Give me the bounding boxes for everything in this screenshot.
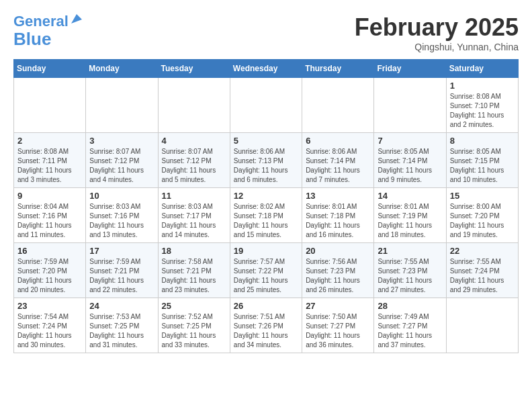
- day-info: Sunrise: 8:03 AM Sunset: 7:17 PM Dayligh…: [162, 202, 226, 240]
- col-thursday: Thursday: [302, 60, 374, 78]
- day-number: 24: [89, 301, 154, 311]
- table-row: 24Sunrise: 7:53 AM Sunset: 7:25 PM Dayli…: [86, 298, 158, 353]
- day-info: Sunrise: 8:06 AM Sunset: 7:14 PM Dayligh…: [306, 147, 370, 185]
- table-row: 6Sunrise: 8:06 AM Sunset: 7:14 PM Daylig…: [302, 133, 374, 188]
- table-row: 14Sunrise: 8:01 AM Sunset: 7:19 PM Dayli…: [374, 188, 446, 243]
- day-info: Sunrise: 8:07 AM Sunset: 7:12 PM Dayligh…: [89, 147, 154, 185]
- day-info: Sunrise: 7:59 AM Sunset: 7:21 PM Dayligh…: [89, 257, 154, 295]
- table-row: 9Sunrise: 8:04 AM Sunset: 7:16 PM Daylig…: [14, 188, 86, 243]
- svg-marker-0: [71, 14, 82, 24]
- day-info: Sunrise: 7:50 AM Sunset: 7:27 PM Dayligh…: [306, 312, 370, 350]
- day-info: Sunrise: 7:54 AM Sunset: 7:24 PM Dayligh…: [17, 312, 82, 350]
- col-wednesday: Wednesday: [230, 60, 302, 78]
- table-row: 3Sunrise: 8:07 AM Sunset: 7:12 PM Daylig…: [86, 133, 158, 188]
- table-row: [14, 78, 86, 133]
- table-row: 1Sunrise: 8:08 AM Sunset: 7:10 PM Daylig…: [446, 78, 518, 133]
- table-row: 23Sunrise: 7:54 AM Sunset: 7:24 PM Dayli…: [14, 298, 86, 353]
- table-row: 15Sunrise: 8:00 AM Sunset: 7:20 PM Dayli…: [446, 188, 518, 243]
- day-info: Sunrise: 8:02 AM Sunset: 7:18 PM Dayligh…: [234, 202, 298, 240]
- logo-bird-icon: [70, 13, 82, 25]
- day-info: Sunrise: 8:01 AM Sunset: 7:18 PM Dayligh…: [306, 202, 370, 240]
- day-number: 2: [17, 136, 82, 146]
- day-number: 27: [306, 301, 370, 311]
- table-row: 13Sunrise: 8:01 AM Sunset: 7:18 PM Dayli…: [302, 188, 374, 243]
- day-number: 12: [234, 191, 298, 201]
- day-number: 5: [234, 136, 298, 146]
- col-tuesday: Tuesday: [158, 60, 230, 78]
- logo: General Blue: [13, 13, 82, 49]
- table-row: 7Sunrise: 8:05 AM Sunset: 7:14 PM Daylig…: [374, 133, 446, 188]
- day-number: 14: [378, 191, 442, 201]
- table-row: [86, 78, 158, 133]
- day-number: 22: [450, 246, 515, 256]
- day-number: 9: [17, 191, 82, 201]
- col-monday: Monday: [86, 60, 158, 78]
- day-number: 6: [306, 136, 370, 146]
- day-number: 16: [17, 246, 82, 256]
- table-row: 21Sunrise: 7:55 AM Sunset: 7:23 PM Dayli…: [374, 243, 446, 298]
- day-info: Sunrise: 7:51 AM Sunset: 7:26 PM Dayligh…: [234, 312, 298, 350]
- day-number: 17: [89, 246, 154, 256]
- logo-text-blue: Blue: [13, 30, 51, 49]
- table-row: 4Sunrise: 8:07 AM Sunset: 7:12 PM Daylig…: [158, 133, 230, 188]
- day-info: Sunrise: 8:08 AM Sunset: 7:11 PM Dayligh…: [17, 147, 82, 185]
- day-number: 26: [234, 301, 298, 311]
- calendar-week-row: 9Sunrise: 8:04 AM Sunset: 7:16 PM Daylig…: [14, 188, 519, 243]
- title-block: February 2025 Qingshui, Yunnan, China: [355, 13, 519, 52]
- table-row: [158, 78, 230, 133]
- day-number: 1: [450, 81, 515, 91]
- day-number: 10: [89, 191, 154, 201]
- calendar-header-row: Sunday Monday Tuesday Wednesday Thursday…: [14, 60, 519, 78]
- table-row: [230, 78, 302, 133]
- calendar-week-row: 1Sunrise: 8:08 AM Sunset: 7:10 PM Daylig…: [14, 78, 519, 133]
- day-info: Sunrise: 8:03 AM Sunset: 7:16 PM Dayligh…: [89, 202, 154, 240]
- table-row: [374, 78, 446, 133]
- table-row: 2Sunrise: 8:08 AM Sunset: 7:11 PM Daylig…: [14, 133, 86, 188]
- day-number: 3: [89, 136, 154, 146]
- day-number: 21: [378, 246, 442, 256]
- day-number: 20: [306, 246, 370, 256]
- day-info: Sunrise: 7:55 AM Sunset: 7:23 PM Dayligh…: [378, 257, 442, 295]
- day-info: Sunrise: 8:05 AM Sunset: 7:15 PM Dayligh…: [450, 147, 515, 185]
- day-number: 13: [306, 191, 370, 201]
- day-number: 8: [450, 136, 515, 146]
- table-row: 10Sunrise: 8:03 AM Sunset: 7:16 PM Dayli…: [86, 188, 158, 243]
- day-info: Sunrise: 8:07 AM Sunset: 7:12 PM Dayligh…: [162, 147, 226, 185]
- calendar-week-row: 16Sunrise: 7:59 AM Sunset: 7:20 PM Dayli…: [14, 243, 519, 298]
- calendar-week-row: 23Sunrise: 7:54 AM Sunset: 7:24 PM Dayli…: [14, 298, 519, 353]
- day-info: Sunrise: 7:52 AM Sunset: 7:25 PM Dayligh…: [162, 312, 226, 350]
- table-row: 12Sunrise: 8:02 AM Sunset: 7:18 PM Dayli…: [230, 188, 302, 243]
- day-info: Sunrise: 7:53 AM Sunset: 7:25 PM Dayligh…: [89, 312, 154, 350]
- calendar-week-row: 2Sunrise: 8:08 AM Sunset: 7:11 PM Daylig…: [14, 133, 519, 188]
- day-info: Sunrise: 7:59 AM Sunset: 7:20 PM Dayligh…: [17, 257, 82, 295]
- table-row: [302, 78, 374, 133]
- table-row: 19Sunrise: 7:57 AM Sunset: 7:22 PM Dayli…: [230, 243, 302, 298]
- calendar-table: Sunday Monday Tuesday Wednesday Thursday…: [13, 59, 519, 353]
- location-subtitle: Qingshui, Yunnan, China: [355, 42, 519, 52]
- day-number: 19: [234, 246, 298, 256]
- table-row: 18Sunrise: 7:58 AM Sunset: 7:21 PM Dayli…: [158, 243, 230, 298]
- page-header: General Blue February 2025 Qingshui, Yun…: [13, 13, 519, 52]
- table-row: 22Sunrise: 7:55 AM Sunset: 7:24 PM Dayli…: [446, 243, 518, 298]
- day-info: Sunrise: 8:01 AM Sunset: 7:19 PM Dayligh…: [378, 202, 442, 240]
- day-info: Sunrise: 8:06 AM Sunset: 7:13 PM Dayligh…: [234, 147, 298, 185]
- day-info: Sunrise: 8:00 AM Sunset: 7:20 PM Dayligh…: [450, 202, 515, 240]
- table-row: 11Sunrise: 8:03 AM Sunset: 7:17 PM Dayli…: [158, 188, 230, 243]
- day-info: Sunrise: 7:57 AM Sunset: 7:22 PM Dayligh…: [234, 257, 298, 295]
- table-row: 25Sunrise: 7:52 AM Sunset: 7:25 PM Dayli…: [158, 298, 230, 353]
- day-number: 15: [450, 191, 515, 201]
- day-number: 18: [162, 246, 226, 256]
- day-info: Sunrise: 8:08 AM Sunset: 7:10 PM Dayligh…: [450, 92, 515, 130]
- day-info: Sunrise: 8:05 AM Sunset: 7:14 PM Dayligh…: [378, 147, 442, 185]
- table-row: 16Sunrise: 7:59 AM Sunset: 7:20 PM Dayli…: [14, 243, 86, 298]
- day-number: 7: [378, 136, 442, 146]
- day-info: Sunrise: 7:55 AM Sunset: 7:24 PM Dayligh…: [450, 257, 515, 295]
- day-info: Sunrise: 7:58 AM Sunset: 7:21 PM Dayligh…: [162, 257, 226, 295]
- day-info: Sunrise: 8:04 AM Sunset: 7:16 PM Dayligh…: [17, 202, 82, 240]
- table-row: 27Sunrise: 7:50 AM Sunset: 7:27 PM Dayli…: [302, 298, 374, 353]
- day-number: 25: [162, 301, 226, 311]
- table-row: 17Sunrise: 7:59 AM Sunset: 7:21 PM Dayli…: [86, 243, 158, 298]
- table-row: 5Sunrise: 8:06 AM Sunset: 7:13 PM Daylig…: [230, 133, 302, 188]
- col-sunday: Sunday: [14, 60, 86, 78]
- col-friday: Friday: [374, 60, 446, 78]
